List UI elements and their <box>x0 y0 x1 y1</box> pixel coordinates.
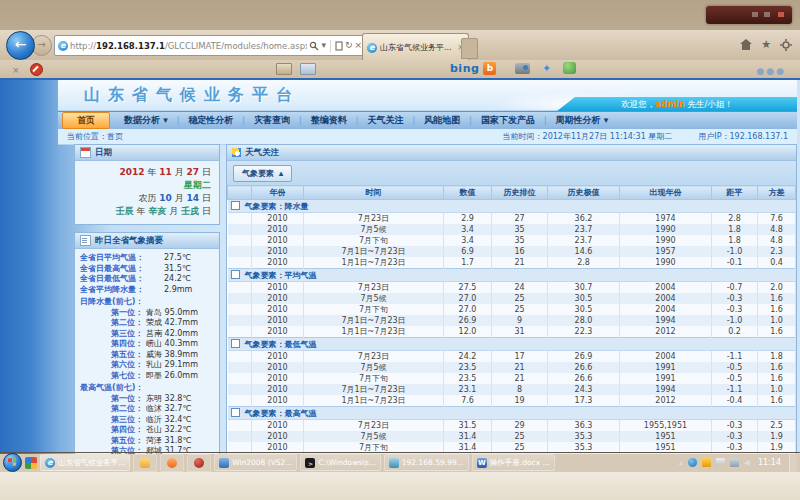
rank-item: 第二位：临沭 32.7℃ <box>80 404 214 415</box>
taskbar-button-remote[interactable]: 192.168.59.99... <box>384 454 469 471</box>
word-icon: W <box>477 458 487 468</box>
settings-gear-icon[interactable] <box>780 39 792 51</box>
search-icon[interactable] <box>309 41 319 51</box>
rank-item: 第一位：东明 32.8℃ <box>80 394 214 405</box>
hidden-icons-arrow[interactable]: ▴ <box>679 458 683 467</box>
table-cell: 7.6 <box>758 213 796 225</box>
table-cell: 30.5 <box>548 304 620 315</box>
table-cell: 27.5 <box>444 282 492 294</box>
table-cell: 2004 <box>620 351 712 363</box>
blocked-icon[interactable] <box>30 63 43 76</box>
table-cell: 0.4 <box>758 257 796 269</box>
table-row: 20107月23日24.21726.92004-1.11.8 <box>228 351 796 363</box>
summary-stat: 全省日平均气温：27.5℃ <box>80 253 214 264</box>
table-cell: 4.8 <box>758 235 796 246</box>
group-checkbox[interactable] <box>231 408 240 417</box>
table-cell: 25 <box>492 304 548 315</box>
nav-item-9[interactable]: 周期性分析 ▾ <box>547 114 618 127</box>
share-icon[interactable] <box>563 62 576 74</box>
taskbar-button-console[interactable]: >C:\Windows\s... <box>300 454 380 471</box>
search-dropdown-icon[interactable]: ▾ <box>321 41 326 50</box>
taskbar-button-window[interactable]: Win2008 (VS2... <box>214 454 297 471</box>
compatibility-view-icon[interactable] <box>335 41 343 51</box>
effects-icon[interactable]: ✦ <box>542 63 551 74</box>
table-cell: 14.6 <box>548 246 620 257</box>
back-button[interactable]: ← <box>6 31 35 60</box>
browser-tab[interactable]: e 山东省气候业务平... × <box>362 33 469 61</box>
taskbar: e山东省气候业务平...Win2008 (VS2...>C:\Windows\s… <box>0 452 800 472</box>
nav-item-6[interactable]: 天气关注 <box>358 114 412 127</box>
table-cell: -1.1 <box>712 384 758 395</box>
bing-b-icon[interactable]: b <box>483 62 496 75</box>
table-cell: 2012 <box>620 395 712 407</box>
table-cell: 1990 <box>620 257 712 269</box>
table-cell: 1月1日~7月23日 <box>304 326 444 338</box>
camera-icon[interactable] <box>515 63 530 74</box>
security-shield-icon[interactable] <box>702 458 711 467</box>
table-cell: 1.6 <box>758 293 796 304</box>
close-icon[interactable]: × <box>12 65 20 75</box>
refresh-icon[interactable]: ↻ <box>345 41 353 50</box>
volume-icon[interactable]: ◀ <box>744 458 750 467</box>
show-desktop-button[interactable] <box>789 454 797 472</box>
table-cell: 7月下旬 <box>304 304 444 315</box>
nav-item-1[interactable]: 首页 <box>62 112 110 129</box>
bing-search-widget[interactable]: bing b <box>450 62 496 75</box>
table-cell: 17 <box>492 351 548 363</box>
nav-item-2[interactable]: 数据分析 ▾ <box>115 114 177 127</box>
table-cell: 21 <box>492 257 548 269</box>
table-cell: 2010 <box>252 384 304 395</box>
address-url[interactable]: http://192.168.137.1/GLCCLIMATE/modules/… <box>70 41 307 51</box>
summary-body: 全省日平均气温：27.5℃全省日最高气温：31.5℃全省日最低气温：24.2℃全… <box>75 249 219 454</box>
more-icon[interactable]: ●●● <box>756 66 786 76</box>
nav-item-3[interactable]: 稳定性分析 <box>179 114 242 127</box>
table-cell: 1974 <box>620 213 712 225</box>
nav-item-4[interactable]: 灾害查询 <box>245 114 299 127</box>
taskbar-pinned-player-icon[interactable] <box>187 454 211 472</box>
rank-item: 第四位：崂山 40.3mm <box>80 339 214 350</box>
start-button[interactable] <box>3 453 22 472</box>
table-cell: 2010 <box>252 362 304 373</box>
calendar-weekday: 星期二 <box>83 179 211 192</box>
update-icon[interactable] <box>688 458 697 467</box>
table-cell: -0.3 <box>712 431 758 442</box>
table-cell: 1991 <box>620 373 712 384</box>
card-icon[interactable] <box>276 63 292 75</box>
calendar-ganzhi-date: 壬辰 年 辛亥 月 壬戌 日 <box>83 205 211 218</box>
group-checkbox[interactable] <box>231 339 240 348</box>
address-bar[interactable]: e http://192.168.137.1/GLCCLIMATE/module… <box>54 35 366 56</box>
launcher-icon[interactable] <box>25 457 37 469</box>
table-cell: 2004 <box>620 304 712 315</box>
new-tab-button[interactable] <box>461 38 478 59</box>
clock[interactable]: 11:14 <box>755 458 784 467</box>
table-cell: 27 <box>492 213 548 225</box>
table-row: 20107月1日~7月23日26.9928.01994-1.01.0 <box>228 315 796 326</box>
taskbar-pinned-folder-icon[interactable] <box>133 454 157 472</box>
nav-item-5[interactable]: 整编资料 <box>302 114 356 127</box>
element-filter-button[interactable]: 气象要素▴ <box>233 165 292 182</box>
user-ip: 用户IP：192.168.137.1 <box>698 131 788 142</box>
taskbar-button-ie[interactable]: e山东省气候业务平... <box>40 454 130 471</box>
group-label: 气象要素：最低气温 <box>245 340 317 349</box>
nav-item-8[interactable]: 国家下发产品 <box>472 114 544 127</box>
group-checkbox[interactable] <box>231 270 240 279</box>
mail-icon[interactable] <box>300 63 316 75</box>
stop-icon[interactable]: × <box>354 41 362 50</box>
rank-group-title: 最高气温(前七)： <box>80 383 214 394</box>
taskbar-button-word[interactable]: W操作手册.docx ... <box>472 454 555 471</box>
windows-flag-icon <box>8 457 16 466</box>
action-center-flag-icon[interactable] <box>716 458 725 467</box>
network-icon[interactable] <box>730 458 739 467</box>
sidebar: 日期 2012 年 11 月 27 日星期二农历 10 月 14 日壬辰 年 辛… <box>74 144 220 454</box>
table-cell: -0.3 <box>712 304 758 315</box>
favorites-star-icon[interactable]: ★ <box>761 38 771 51</box>
group-checkbox[interactable] <box>231 201 240 210</box>
nav-item-7[interactable]: 风能地图 <box>415 114 469 127</box>
table-cell: -1.1 <box>712 351 758 363</box>
collapse-arrow-icon: ▴ <box>279 169 283 178</box>
home-icon[interactable] <box>740 39 752 50</box>
table-cell: 31.5 <box>444 420 492 432</box>
taskbar-pinned-media-icon[interactable] <box>160 454 184 472</box>
table-cell: 1.6 <box>758 304 796 315</box>
column-header: 距平 <box>712 186 758 200</box>
